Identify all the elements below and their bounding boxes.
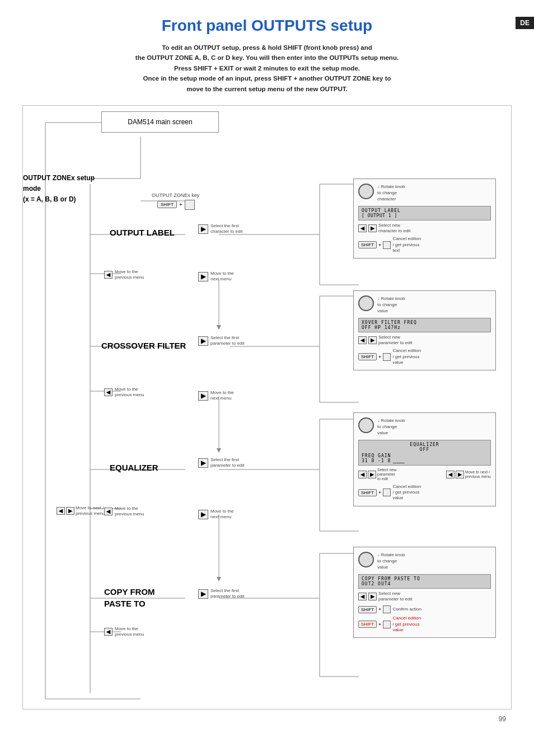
equalizer-next-control: ▶ Move to thenext menu [198,509,234,520]
equalizer-select-text: Select the firstparameter to edit [210,457,244,469]
equalizer-panel: ↓ Rotate knobto changevalue EQUALIZER OF… [353,412,496,506]
copy-paste-select-new-text: Select newparameter to edit [378,591,412,603]
output-label-next-control: ▶ Move to thenext menu [198,271,234,283]
crossover-title: CROSSOVER FILTER [101,341,186,350]
copy-paste-play-btn[interactable]: ▶ [198,589,208,599]
equalizer-right-arrow2[interactable]: ▶ [456,471,464,478]
main-screen-label: DAM514 main screen [128,118,192,126]
output-label-panel: ↓ Rotate knobto changecharacter OUTPUT L… [353,179,496,259]
equalizer-main-left[interactable]: ◀ [57,507,65,515]
equalizer-right-arrow[interactable]: ▶ [368,471,376,478]
crossover-play-btn[interactable]: ▶ [198,336,208,346]
copy-paste-lcd-row2: OUT2 OUT4 [362,581,488,586]
equalizer-graph: ⎯⎯⎯⎯⎯ [393,458,404,463]
equalizer-lcd-row4-wrapper: 31 8 -1 8 ⎯⎯⎯⎯⎯ [362,458,488,463]
equalizer-prev-control: ◀ Move to theprevious menu [104,506,144,518]
output-label-title: OUTPUT LABEL [110,228,175,237]
copy-paste-confirm-text: Confirm action [392,607,421,612]
crossover-prev-control: ◀ Move to theprevious menu [104,387,144,398]
crossover-cancel-square[interactable] [383,353,391,361]
output-label-lcd: OUTPUT LABEL [ OUTPUT 1 ] [358,206,491,220]
output-label-right-arrow[interactable]: ▶ [368,224,377,232]
copy-paste-cancel-square[interactable] [383,621,391,628]
crossover-panel: ↓ Rotate knobto changevalue XOVER FILTER… [353,290,496,371]
output-zone-key-control: SHIFT + [157,200,195,210]
crossover-lcd-row1: XOVER FILTER FREQ [362,320,488,325]
output-label-play-btn[interactable]: ▶ [198,224,208,234]
svg-marker-29 [217,448,221,453]
output-label-cancel-text: Cancel edition/ get previoustext [392,236,421,253]
output-zone-key-label: OUTPUT ZONEx key [152,192,199,198]
crossover-next-control: ▶ Move to thenext menu [198,390,234,402]
crossover-next-btn[interactable]: ▶ [198,391,208,401]
crossover-lcd: XOVER FILTER FREQ OFF HP 147Hz [358,318,491,332]
equalizer-lcd: EQUALIZER OFF FREQ GAIN 31 8 -1 8 ⎯⎯⎯⎯⎯ [358,440,491,466]
shift-btn-1[interactable]: SHIFT [157,201,177,208]
crossover-cancel-text: Cancel edition/ get previousvalue [392,348,421,365]
copy-paste-select-text: Select the firstparameter to edit [210,588,244,600]
copy-paste-prev-btn[interactable]: ◀ [104,628,113,636]
equalizer-rotate-text: ↓ Rotate knobto changevalue [377,417,405,436]
equalizer-main-right[interactable]: ▶ [66,507,74,515]
equalizer-lcd-row4: 31 8 -1 8 [362,458,391,463]
crossover-left-arrow[interactable]: ◀ [358,336,367,344]
copy-paste-knob[interactable] [358,552,374,567]
equalizer-main-nextprev-text: Move to next /previous menu [76,505,105,517]
equalizer-knob[interactable] [358,417,374,433]
copy-paste-title2: PASTE TO [104,598,155,609]
crossover-select-new-text: Select newparameter to edit [378,335,412,346]
crossover-select-control: ▶ Select the firstparameter to edit [198,335,244,347]
equalizer-left-arrow2[interactable]: ◀ [446,471,455,478]
equalizer-play-btn[interactable]: ▶ [198,458,208,468]
output-label-left-arrow[interactable]: ◀ [358,224,367,232]
copy-paste-shift-confirm[interactable]: SHIFT [358,606,377,613]
copy-paste-title1: COPY FROM [104,586,155,598]
intro-text: To edit an OUTPUT setup, press & hold SH… [17,43,517,94]
copy-paste-prev-text: Move to theprevious menu [115,626,144,638]
crossover-shift-btn[interactable]: SHIFT [358,353,377,360]
equalizer-cancel-square[interactable] [383,489,391,496]
equalizer-lcd-row3-wrapper: FREQ GAIN [362,453,488,458]
crossover-lcd-row2: OFF HP 147Hz [362,325,488,330]
equalizer-prev-btn[interactable]: ◀ [104,508,113,515]
equalizer-title: EQUALIZER [110,463,158,472]
equalizer-next-text: Move to thenext menu [210,509,234,520]
output-label-prev-text: Move to theprevious menu [115,269,144,281]
copy-paste-shift-cancel[interactable]: SHIFT [358,621,377,628]
de-badge: DE [516,17,534,29]
output-label-select-text: Select the firstcharacter to edit [210,223,242,235]
copy-paste-right-arrow[interactable]: ▶ [368,593,377,600]
svg-marker-27 [217,325,221,330]
crossover-knob[interactable] [358,295,374,311]
copy-paste-panel: ↓ Rotate knobto changevalue COPY FROM PA… [353,547,496,638]
page-number: 99 [17,715,517,723]
crossover-prev-btn[interactable]: ◀ [104,388,113,396]
output-label-shift-btn[interactable]: SHIFT [358,241,377,248]
equalizer-move-nextprev-text: Move to next /previous menu [465,470,491,480]
output-label-cancel-square[interactable] [383,241,391,249]
copy-paste-select-control: ▶ Select the firstparameter to edit [198,588,244,600]
equalizer-next-btn[interactable]: ▶ [198,510,208,519]
copy-paste-prev-control: ◀ Move to theprevious menu [104,626,144,638]
equalizer-lcd-row1: EQUALIZER [362,442,488,447]
copy-paste-confirm-square[interactable] [383,605,391,613]
page-title: Front panel OUTPUTS setup [17,17,517,35]
output-zone-label: OUTPUT ZONEx setup mode (x = A, B, B or … [23,173,95,205]
output-label-prev-btn[interactable]: ◀ [104,271,113,279]
output-label-lcd-row2: [ OUTPUT 1 ] [362,213,488,218]
copy-paste-lcd-row1: COPY FROM PASTE TO [362,576,488,581]
output-label-select-control: ▶ Select the firstcharacter to edit [198,223,242,235]
crossover-select-text: Select the firstparameter to edit [210,335,244,347]
equalizer-lcd-row3: FREQ GAIN [362,453,488,458]
output-label-next-btn[interactable]: ▶ [198,272,208,281]
crossover-right-arrow[interactable]: ▶ [368,336,377,344]
zone-key-square[interactable] [185,200,195,210]
equalizer-shift-btn[interactable]: SHIFT [358,489,377,496]
copy-paste-left-arrow[interactable]: ◀ [358,593,367,600]
output-label-knob[interactable] [358,184,374,199]
output-label-next-text: Move to thenext menu [210,271,234,283]
copy-paste-cancel-text: Cancel edition/ get previousvalue [392,616,421,633]
equalizer-left-arrow[interactable]: ◀ [358,471,367,478]
svg-marker-31 [217,577,221,581]
equalizer-select-new-text: Select newparameterto edit [377,468,396,482]
